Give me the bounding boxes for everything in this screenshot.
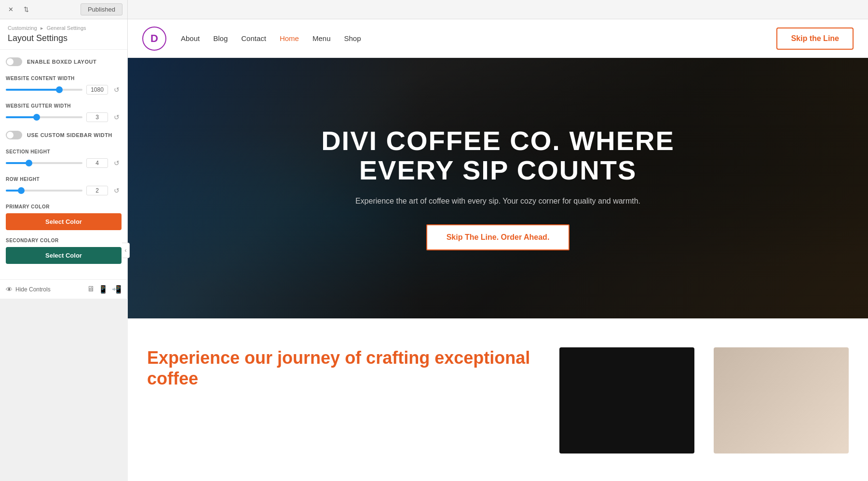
content-width-row: ↺ (6, 85, 122, 95)
content-width-section: WEBSITE CONTENT WIDTH ↺ (6, 76, 122, 95)
section-height-track[interactable] (6, 162, 82, 164)
breadcrumb: Customizing ▸ General Settings (8, 25, 120, 31)
nav-link-blog[interactable]: Blog (213, 34, 228, 42)
below-image-2 (714, 347, 849, 454)
hero-content: DIVI COFFEE CO. WHERE EVERY SIP COUNTS E… (305, 126, 691, 251)
primary-color-label: PRIMARY COLOR (6, 204, 122, 209)
sort-button[interactable]: ⇅ (20, 4, 32, 15)
enable-boxed-toggle[interactable] (6, 57, 22, 66)
section-height-label: SECTION HEIGHT (6, 149, 122, 154)
nav-link-about[interactable]: About (181, 34, 200, 42)
hero-cta-button[interactable]: Skip The Line. Order Ahead. (426, 224, 570, 250)
gutter-width-label: WEBSITE GUTTER WIDTH (6, 103, 122, 109)
nav-link-contact[interactable]: Contact (241, 34, 266, 42)
page-title: Layout Settings (8, 33, 120, 43)
nav-links: About Blog Contact Home Menu Shop (181, 34, 776, 42)
site-logo: D (142, 27, 166, 51)
gutter-width-track[interactable] (6, 116, 82, 118)
breadcrumb-arrow: ▸ (41, 25, 45, 31)
desktop-icon[interactable]: 🖥 (87, 285, 95, 294)
secondary-color-section: SECONDARY COLOR Select Color (6, 238, 122, 264)
sidebar-footer: 👁 Hide Controls 🖥 📱 📲 (0, 279, 127, 299)
gutter-width-reset[interactable]: ↺ (112, 112, 122, 122)
secondary-color-label: SECONDARY COLOR (6, 238, 122, 243)
row-height-label: ROW HEIGHT (6, 177, 122, 182)
below-image-1 (559, 347, 694, 454)
enable-boxed-label: ENABLE BOXED LAYOUT (27, 59, 96, 65)
below-hero-section: Experience our journey of crafting excep… (128, 318, 868, 481)
row-height-value[interactable] (86, 186, 108, 195)
hero-subtitle: Experience the art of coffee with every … (315, 195, 681, 207)
top-bar: ✕ ⇅ Published (0, 0, 868, 19)
nav-link-shop[interactable]: Shop (344, 34, 361, 42)
below-heading: Experience our journey of crafting excep… (147, 347, 540, 389)
gutter-width-row: ↺ (6, 112, 122, 122)
site-nav: D About Blog Contact Home Menu Shop Skip… (128, 19, 868, 58)
sidebar-content: ENABLE BOXED LAYOUT WEBSITE CONTENT WIDT… (0, 50, 127, 279)
custom-sidebar-row: USE CUSTOM SIDEBAR WIDTH (6, 131, 122, 139)
eye-icon: 👁 (6, 286, 13, 293)
close-button[interactable]: ✕ (5, 4, 16, 15)
custom-sidebar-label: USE CUSTOM SIDEBAR WIDTH (27, 132, 112, 138)
custom-sidebar-toggle[interactable] (6, 131, 22, 139)
published-button[interactable]: Published (81, 3, 122, 15)
mobile-icon[interactable]: 📲 (112, 285, 122, 294)
footer-icons: 🖥 📱 📲 (87, 285, 122, 294)
chevron-left-icon: ‹ (125, 247, 127, 254)
section-height-value[interactable] (86, 158, 108, 168)
secondary-color-button[interactable]: Select Color (6, 247, 122, 264)
breadcrumb-part2: General Settings (47, 25, 86, 31)
skip-line-nav-button[interactable]: Skip the Line (776, 27, 854, 50)
sidebar-header: Customizing ▸ General Settings Layout Se… (0, 19, 127, 50)
sidebar: Customizing ▸ General Settings Layout Se… (0, 19, 128, 299)
hide-controls-button[interactable]: 👁 Hide Controls (6, 286, 51, 293)
preview-area: D About Blog Contact Home Menu Shop Skip… (128, 19, 868, 481)
nav-link-menu[interactable]: Menu (312, 34, 331, 42)
row-height-row: ↺ (6, 186, 122, 195)
hero-title: DIVI COFFEE CO. WHERE EVERY SIP COUNTS (315, 126, 681, 185)
breadcrumb-part1: Customizing (8, 25, 37, 31)
content-width-track[interactable] (6, 89, 82, 91)
section-height-row: ↺ (6, 158, 122, 168)
primary-color-section: PRIMARY COLOR Select Color (6, 204, 122, 230)
gutter-width-section: WEBSITE GUTTER WIDTH ↺ (6, 103, 122, 122)
content-width-value[interactable] (86, 85, 108, 95)
hero-section: DIVI COFFEE CO. WHERE EVERY SIP COUNTS E… (128, 58, 868, 318)
row-height-track[interactable] (6, 190, 82, 192)
tablet-icon[interactable]: 📱 (98, 285, 108, 294)
sidebar-wrapper: Customizing ▸ General Settings Layout Se… (0, 19, 128, 481)
content-width-label: WEBSITE CONTENT WIDTH (6, 76, 122, 81)
row-height-reset[interactable]: ↺ (112, 186, 122, 195)
gutter-width-value[interactable] (86, 112, 108, 122)
row-height-section: ROW HEIGHT ↺ (6, 177, 122, 195)
nav-link-home[interactable]: Home (280, 34, 299, 42)
collapse-arrow[interactable]: ‹ (122, 243, 130, 258)
enable-boxed-row: ENABLE BOXED LAYOUT (6, 57, 122, 66)
top-bar-left: ✕ ⇅ Published (0, 0, 128, 19)
content-width-reset[interactable]: ↺ (112, 85, 122, 95)
main-area: Customizing ▸ General Settings Layout Se… (0, 19, 868, 481)
close-icon: ✕ (8, 6, 14, 13)
section-height-section: SECTION HEIGHT ↺ (6, 149, 122, 168)
below-text: Experience our journey of crafting excep… (147, 347, 540, 399)
hide-controls-label: Hide Controls (15, 286, 51, 293)
primary-color-button[interactable]: Select Color (6, 213, 122, 230)
section-height-reset[interactable]: ↺ (112, 158, 122, 168)
sort-icon: ⇅ (24, 6, 29, 13)
